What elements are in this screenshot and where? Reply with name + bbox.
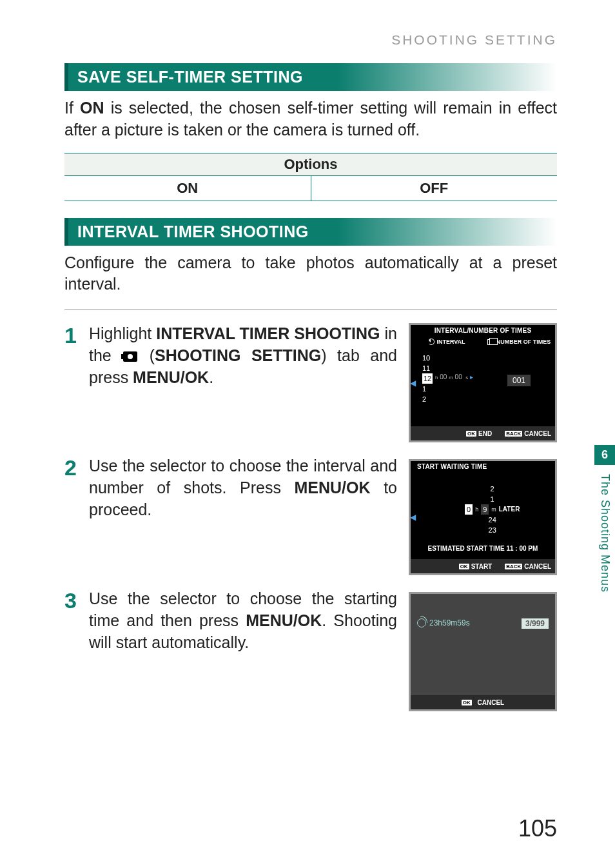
text: If — [64, 99, 80, 117]
wheel-value: 24 — [465, 515, 520, 525]
val: 00 — [455, 373, 462, 380]
wheel-value: 1 — [465, 494, 520, 504]
text: ( — [139, 346, 155, 364]
screenshot-3-wrap: 23h59m59s 3/999 OK CANCEL — [409, 588, 557, 711]
time-values: h 00 m 00 s▸ — [435, 373, 473, 380]
screen-title: START WAITING TIME — [411, 461, 555, 472]
text: Highlight — [89, 324, 156, 342]
options-row: ON OFF — [64, 176, 557, 201]
minute-value: 9 — [481, 504, 489, 515]
wheel-selected: 0 — [465, 504, 473, 515]
chapter-number: 6 — [594, 445, 615, 465]
col-header: NUMBER OF TIMES — [496, 339, 551, 345]
breadcrumb-header: SHOOTING SETTING — [64, 32, 557, 48]
text: . — [209, 368, 213, 386]
timer-icon — [417, 618, 426, 627]
camera-screen-countdown: 23h59m59s 3/999 OK CANCEL — [409, 592, 557, 711]
camera-screen-interval-number: INTERVAL/NUMBER OF TIMES ◀ INTERVAL 10 1… — [409, 323, 557, 442]
number-of-times-value: 001 — [483, 375, 555, 386]
step-text: Use the selector to choose the interval … — [89, 455, 397, 520]
back-action: BACKCANCEL — [505, 430, 551, 437]
chapter-side-tab: 6 The Shooting Menus — [594, 445, 615, 602]
ok-action: OKEND — [466, 430, 492, 437]
countdown-time: 23h59m59s — [429, 618, 470, 627]
column-interval: INTERVAL 10 11 12 1 2 h 00 m 00 s▸ — [411, 336, 483, 420]
wheel-value: 23 — [465, 525, 520, 535]
screen-bottom-bar: OKEND BACKCANCEL — [411, 426, 555, 440]
wheel-value: 1 — [422, 384, 433, 394]
text: is selected, the chosen self-timer setti… — [64, 99, 557, 139]
wheel-selected: 12 — [422, 373, 433, 384]
text-bold-on: ON — [80, 99, 104, 117]
step-number: 1 — [64, 324, 89, 346]
later-label: LATER — [499, 504, 520, 515]
page: SHOOTING SETTING SAVE SELF-TIMER SETTING… — [0, 0, 615, 868]
hour-wheel: 2 1 0 h 9 m LATER 24 23 — [465, 484, 520, 535]
val: 00 — [440, 373, 447, 380]
ok-badge: OK — [466, 431, 476, 437]
options-table: Options ON OFF — [64, 153, 557, 201]
step-text: Highlight INTERVAL TIMER SHOOTING in the… — [89, 323, 397, 388]
step-3: 3 Use the selector to choose the startin… — [64, 588, 557, 711]
unit-h: h — [475, 504, 478, 515]
ok-label: START — [471, 563, 493, 570]
back-badge: BACK — [505, 431, 522, 437]
ok-badge: OK — [459, 564, 469, 569]
estimated-start-time: ESTIMATED START TIME 11 : 00 PM — [411, 545, 555, 552]
screenshot-2-wrap: START WAITING TIME ◀ 2 1 0 h 9 m LATER 2 — [409, 455, 557, 575]
screenshot-1-wrap: INTERVAL/NUMBER OF TIMES ◀ INTERVAL 10 1… — [409, 323, 557, 442]
screen-bottom-bar: OK CANCEL — [411, 695, 555, 709]
wheel-value: 10 — [422, 353, 433, 363]
section2-paragraph: Configure the camera to take photos auto… — [64, 252, 557, 296]
ok-action: OKSTART — [459, 563, 493, 570]
divider-line — [64, 310, 557, 310]
text-bold: SHOOTING SETTING — [155, 346, 321, 364]
column-number-of-times: NUMBER OF TIMES 001 — [483, 336, 555, 420]
chapter-title-vertical: The Shooting Menus — [594, 465, 615, 602]
countdown-status: 23h59m59s — [417, 618, 470, 627]
step-number: 3 — [64, 589, 89, 611]
back-label: CANCEL — [524, 430, 551, 437]
section-title-save-self-timer: SAVE SELF-TIMER SETTING — [64, 63, 557, 91]
section-title-interval-timer: INTERVAL TIMER SHOOTING — [64, 218, 557, 246]
step-text: Use the selector to choose the starting … — [89, 588, 397, 653]
back-action: BACKCANCEL — [505, 563, 551, 570]
back-label: CANCEL — [524, 563, 551, 570]
text-bold: MENU/OK — [246, 611, 322, 629]
options-header: Options — [64, 153, 557, 176]
option-off: OFF — [311, 176, 558, 201]
shooting-setting-icon — [123, 351, 137, 362]
section1-paragraph: If ON is selected, the chosen self-timer… — [64, 97, 557, 141]
stack-icon — [487, 339, 494, 345]
step-number: 2 — [64, 457, 89, 478]
hour-wheel: 10 11 12 1 2 — [422, 353, 433, 404]
ok-badge: OK — [462, 700, 472, 705]
wheel-value: 11 — [422, 363, 433, 373]
screen-title: INTERVAL/NUMBER OF TIMES — [411, 325, 555, 336]
value-box: 001 — [507, 375, 531, 386]
ok-action: OK CANCEL — [462, 699, 504, 706]
col-header: INTERVAL — [436, 339, 465, 345]
wheel-value: 2 — [422, 394, 433, 404]
ok-label: END — [478, 430, 492, 437]
page-number: 105 — [518, 815, 557, 842]
text-bold: MENU/OK — [133, 368, 209, 386]
unit-m: m — [491, 504, 496, 515]
step-2: 2 Use the selector to choose the interva… — [64, 455, 557, 575]
wheel-value: 2 — [465, 484, 520, 494]
step-1: 1 Highlight INTERVAL TIMER SHOOTING in t… — [64, 323, 557, 442]
unit: s — [465, 375, 468, 380]
back-badge: BACK — [505, 564, 522, 569]
camera-screen-start-waiting: START WAITING TIME ◀ 2 1 0 h 9 m LATER 2 — [409, 459, 557, 575]
screen-bottom-bar: OKSTART BACKCANCEL — [411, 559, 555, 573]
text-bold: MENU/OK — [295, 478, 371, 497]
option-on: ON — [64, 176, 311, 201]
cycle-icon — [428, 339, 434, 345]
ok-label: CANCEL — [478, 699, 505, 706]
text-bold: INTERVAL TIMER SHOOTING — [156, 324, 380, 342]
frame-counter-badge: 3/999 — [522, 618, 549, 629]
